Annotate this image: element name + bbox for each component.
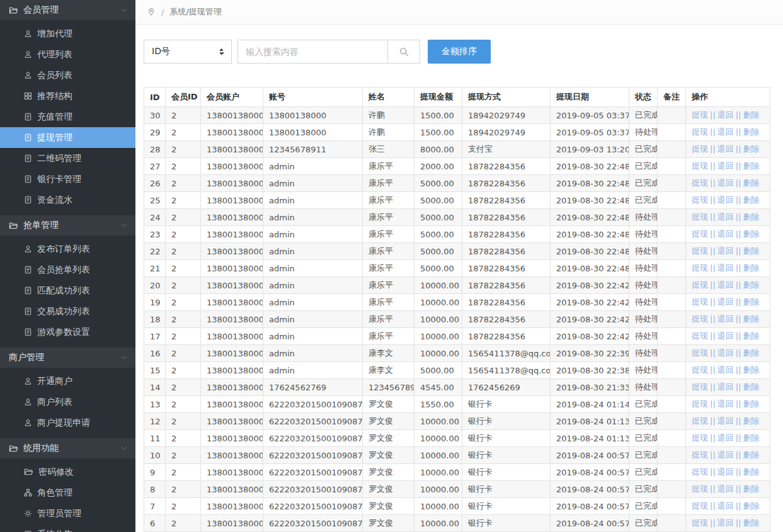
action-delete-link[interactable]: 删除 [743,297,760,307]
action-withdraw-link[interactable]: 提现 [692,399,708,409]
sidebar-item-open-merchant[interactable]: 开通商户 [0,371,135,392]
action-withdraw-link[interactable]: 提现 [692,450,708,460]
action-withdraw-link[interactable]: 提现 [692,144,708,154]
action-withdraw-link[interactable]: 提现 [692,127,708,137]
action-delete-link[interactable]: 删除 [743,161,760,171]
action-withdraw-link[interactable]: 提现 [692,110,708,120]
sidebar-item-recharge-management[interactable]: 充值管理 [0,106,135,127]
sidebar-item-agent-list[interactable]: 代理列表 [0,44,135,65]
action-return-link[interactable]: 退回 [717,501,734,511]
action-withdraw-link[interactable]: 提现 [692,416,708,426]
action-return-link[interactable]: 退回 [717,144,734,154]
action-delete-link[interactable]: 删除 [743,348,760,358]
action-delete-link[interactable]: 删除 [743,433,760,443]
sidebar-item-match-success-list[interactable]: 匹配成功列表 [0,280,135,301]
sidebar-item-merchant-list[interactable]: 商户列表 [0,392,135,412]
action-withdraw-link[interactable]: 提现 [692,484,708,494]
action-delete-link[interactable]: 删除 [743,144,760,154]
action-withdraw-link[interactable]: 提现 [692,161,708,171]
amount-sort-button[interactable]: 金额排序 [428,40,491,64]
sidebar-item-add-agent[interactable]: 增加代理 [0,23,135,44]
action-return-link[interactable]: 退回 [717,331,734,341]
action-return-link[interactable]: 退回 [717,212,734,222]
sidebar-section-merchant-management[interactable]: 商户管理 [0,348,135,368]
action-return-link[interactable]: 退回 [717,246,734,256]
sidebar-item-admin-management[interactable]: 管理员管理 [0,503,135,524]
action-return-link[interactable]: 退回 [717,110,734,120]
action-withdraw-link[interactable]: 提现 [692,212,708,222]
sidebar-item-system-notice[interactable]: 系统公告 [0,524,135,532]
action-return-link[interactable]: 退回 [717,450,734,460]
action-return-link[interactable]: 退回 [717,297,734,307]
action-return-link[interactable]: 退回 [717,280,734,290]
sidebar-item-game-params-settings[interactable]: 游戏参数设置 [0,322,135,342]
sidebar-item-member-grab-list[interactable]: 会员抢单列表 [0,259,135,280]
sidebar-section-grab-order-management[interactable]: 抢单管理 [0,215,135,235]
action-withdraw-link[interactable]: 提现 [692,195,708,205]
action-return-link[interactable]: 退回 [717,195,734,205]
action-withdraw-link[interactable]: 提现 [692,348,708,358]
action-delete-link[interactable]: 删除 [743,399,760,409]
sidebar-item-bankcard-management[interactable]: 银行卡管理 [0,169,135,190]
action-delete-link[interactable]: 删除 [743,246,760,256]
action-withdraw-link[interactable]: 提现 [692,263,708,273]
sidebar-item-publish-order-list[interactable]: 发布订单列表 [0,239,135,259]
action-return-link[interactable]: 退回 [717,263,734,273]
action-withdraw-link[interactable]: 提现 [692,467,708,477]
action-withdraw-link[interactable]: 提现 [692,501,708,511]
sidebar-section-common-functions[interactable]: 统用功能 [0,438,135,458]
action-withdraw-link[interactable]: 提现 [692,297,708,307]
sidebar-item-merchant-withdraw-request[interactable]: 商户提现申请 [0,412,135,433]
action-withdraw-link[interactable]: 提现 [692,229,708,239]
action-delete-link[interactable]: 删除 [743,501,760,511]
action-return-link[interactable]: 退回 [717,467,734,477]
sidebar-item-password-change[interactable]: 密码修改 [0,461,135,482]
action-return-link[interactable]: 退回 [717,484,734,494]
search-input[interactable] [237,40,387,64]
action-return-link[interactable]: 退回 [717,365,734,375]
action-delete-link[interactable]: 删除 [743,280,760,290]
action-delete-link[interactable]: 删除 [743,178,760,188]
sidebar-item-referral-structure[interactable]: 推荐结构 [0,86,135,106]
action-delete-link[interactable]: 删除 [743,127,760,137]
action-delete-link[interactable]: 删除 [743,416,760,426]
sidebar-item-trade-success-list[interactable]: 交易成功列表 [0,301,135,322]
action-delete-link[interactable]: 删除 [743,195,760,205]
action-withdraw-link[interactable]: 提现 [692,280,708,290]
action-return-link[interactable]: 退回 [717,518,734,528]
action-return-link[interactable]: 退回 [717,178,734,188]
action-return-link[interactable]: 退回 [717,127,734,137]
action-withdraw-link[interactable]: 提现 [692,331,708,341]
action-delete-link[interactable]: 删除 [743,314,760,324]
action-delete-link[interactable]: 删除 [743,263,760,273]
action-withdraw-link[interactable]: 提现 [692,246,708,256]
sidebar-item-member-list[interactable]: 会员列表 [0,65,135,86]
action-delete-link[interactable]: 删除 [743,467,760,477]
action-return-link[interactable]: 退回 [717,416,734,426]
sidebar-item-qrcode-management[interactable]: 二维码管理 [0,148,135,169]
action-return-link[interactable]: 退回 [717,161,734,171]
action-delete-link[interactable]: 删除 [743,331,760,341]
action-withdraw-link[interactable]: 提现 [692,518,708,528]
action-delete-link[interactable]: 删除 [743,484,760,494]
action-withdraw-link[interactable]: 提现 [692,433,708,443]
action-withdraw-link[interactable]: 提现 [692,314,708,324]
action-delete-link[interactable]: 删除 [743,450,760,460]
action-delete-link[interactable]: 删除 [743,229,760,239]
action-return-link[interactable]: 退回 [717,382,734,392]
action-withdraw-link[interactable]: 提现 [692,382,708,392]
action-delete-link[interactable]: 删除 [743,110,760,120]
action-withdraw-link[interactable]: 提现 [692,178,708,188]
action-return-link[interactable]: 退回 [717,433,734,443]
action-withdraw-link[interactable]: 提现 [692,365,708,375]
sidebar-item-fund-flow[interactable]: 资金流水 [0,190,135,210]
search-field-select[interactable]: ID号 [144,40,232,64]
action-delete-link[interactable]: 删除 [743,365,760,375]
sidebar-item-withdraw-management[interactable]: 提现管理 [0,127,135,148]
action-delete-link[interactable]: 删除 [743,382,760,392]
action-return-link[interactable]: 退回 [717,229,734,239]
action-return-link[interactable]: 退回 [717,314,734,324]
action-delete-link[interactable]: 删除 [743,212,760,222]
search-button[interactable] [387,40,420,64]
sidebar-item-role-management[interactable]: 角色管理 [0,482,135,503]
